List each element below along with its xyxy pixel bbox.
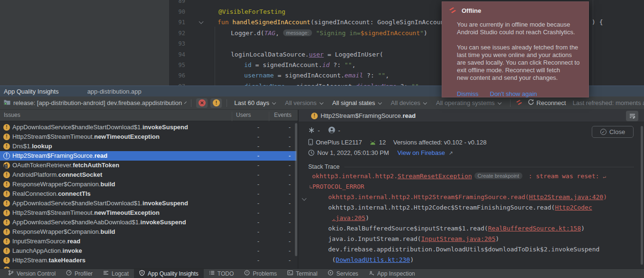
issue-row[interactable]: !LaunchAppAction.invoke-- [0,246,296,256]
tool-window-button-version-control[interactable]: Version Control [3,269,61,278]
stack-frame-link[interactable]: Http2Stream.java:420 [529,193,604,201]
code-text[interactable]: @VisibleForTesting [204,7,285,17]
code-text[interactable]: Logger.d(TAG, message: "Signing in=$sign… [204,28,427,38]
tool-window-button-services[interactable]: Services [322,269,363,278]
code-token: TAG [264,29,275,37]
issue-row[interactable]: !Http2Stream$FramingSource.read-- [0,151,296,161]
inspection-icon [369,270,374,277]
filter-dropdown-last-60-days[interactable]: Last 60 days [234,99,277,106]
problems-icon [244,270,250,277]
issues-list-header[interactable]: Issues Users Events [0,110,298,121]
issue-row[interactable]: !RealConnection.connectTls-- [0,189,296,199]
tool-window-button-profiler[interactable]: Profiler [61,269,98,278]
stack-frame-link[interactable]: Http2Codec [555,204,592,211]
reconnect-button[interactable]: Reconnect [537,99,566,106]
code-token: "" [378,72,386,79]
stack-frame-text: java.io.InputStream.read( [328,235,421,242]
view-on-firebase-link[interactable]: View on Firebase [398,149,445,156]
stack-frame-link[interactable]: RealBufferedSource.kt:158 [488,225,581,232]
stack-trace-line: java.io.InputStream.read(InputStream.jav… [299,235,641,246]
device-info-row: OnePlus LE2117 12 Versions affected: v0.… [308,138,486,147]
column-users[interactable]: Users [236,112,251,118]
issues-scrollbar[interactable] [295,123,297,256]
code-token: $signedInAccount [360,29,420,37]
issue-name: AppDownloadService$handleStartDownload$1… [12,199,188,208]
tool-window-button-todo[interactable]: TODO [204,269,239,278]
stack-frame-link[interactable]: StreamResetException [398,173,472,180]
code-token: loginLocalDataSource. [231,51,309,58]
issues-list: !AppDownloadService$handleStartDownload$… [0,121,298,268]
issue-row[interactable]: !Http2Stream.takeHeaders-- [0,256,296,265]
fold-icon[interactable] [199,19,204,24]
stack-trace: okhttp3.internal.http2.StreamResetExcept… [299,173,644,268]
stack-frame-link[interactable]: InputStream.java:205 [421,235,496,242]
issue-row[interactable]: !Http2Stream$StreamTimeout.newTimeoutExc… [0,208,296,218]
dont-show-again-link[interactable]: Don't show again [490,90,537,97]
code-text[interactable]: displayName = signedInAccount.displayNam… [204,81,419,86]
chevron-down-icon [184,101,187,104]
tool-window-button-problems[interactable]: Problems [239,269,282,278]
issue-events-count: - [284,170,295,180]
line-number: 94 [0,49,185,60]
close-button[interactable]: ✓ Close [592,126,634,138]
issue-name: AppDownloadService$handleStartDownload$1… [12,123,188,132]
issue-events-count: - [284,199,295,208]
filter-label: All versions [285,99,316,106]
issue-row[interactable]: !InputStreamSource.read-- [0,237,296,246]
nonfatal-filter-toggle[interactable]: ! [210,98,222,108]
code-text[interactable]: username = signedInAccount.email ?: "", [204,70,389,81]
code-text[interactable]: id = signedInAccount.id ?: "", [204,60,356,70]
issue-row[interactable]: !ResponseWrapper$Companion.build-- [0,227,296,237]
stack-trace-line: dev.firebase.appdistribution.DownloadUti… [299,246,641,256]
code-token: ) [424,29,427,37]
code-token: = LoggedInUser( [324,51,383,58]
code-text[interactable]: fun handleSignedInAccount(signedInAccoun… [204,17,448,28]
warning-icon: ! [3,248,10,254]
stack-frame-text: ) [495,235,499,242]
line-number: 97 [0,81,185,86]
issue-row[interactable]: !AppDownloadService$handleStartDownload$… [0,199,296,208]
filter-dropdown-all-versions[interactable]: All versions [285,99,324,106]
stack-trace-line: okhttp3.internal.http2.StreamResetExcept… [299,173,641,183]
fatal-filter-toggle[interactable]: ✕ [196,98,208,108]
issue-row[interactable]: !Dns$1.lookup-- [0,142,296,151]
code-text[interactable]: loginLocalDataSource.user = LoggedInUser… [204,49,383,60]
issue-row[interactable]: !OAuthTokenRetriever.fetchAuthToken-- [0,161,296,170]
aqi-file-tab[interactable]: app-distribution.app [87,88,142,95]
issue-row[interactable]: ! [0,265,296,268]
terminal-icon [287,270,293,277]
users-affected-count: - [338,127,340,134]
check-circle-icon: ✓ [600,129,606,135]
column-events[interactable]: Events [274,112,292,118]
filter-dropdown-all-devices[interactable]: All devices [391,99,428,106]
stack-frame-link[interactable]: .java:205 [332,214,365,221]
filter-dropdown-all-signal-states[interactable]: All signal states [332,99,383,106]
code-token: , [352,61,356,68]
tool-window-button-terminal[interactable]: Terminal [282,269,322,278]
stack-frame-link[interactable]: DownloadUtils.kt:230 [336,256,410,263]
tool-window-button-app-inspection[interactable]: App Inspection [363,269,420,278]
versions-affected: Versions affected: v0.102 - v0.128 [393,139,486,146]
filter-dropdown-all-operating-systems[interactable]: All operating systems [436,99,503,106]
dismiss-link[interactable]: Dismiss [457,90,479,97]
filter-label: All operating systems [436,99,495,106]
column-issues[interactable]: Issues [4,112,20,118]
issue-row[interactable]: !AndroidPlatform.connectSocket-- [0,170,296,180]
tool-window-button-logcat[interactable]: Logcat [98,269,134,278]
refresh-icon[interactable] [528,99,534,107]
issue-row[interactable]: !ResponseWrapper$Companion.build-- [0,180,296,189]
event-date-row: Nov 1, 2022, 05:01:30 PM View on Firebas… [308,148,453,158]
detail-scrollbar[interactable] [641,126,643,265]
issue-row[interactable]: !Http2Stream$StreamTimeout.newTimeoutExc… [0,132,296,142]
release-dropdown[interactable]: release: [app-distribution-android] dev.… [13,99,182,106]
code-token: ?: [363,72,378,79]
issue-row[interactable]: !AppDownloadService$handleAabDownload$1.… [0,218,296,227]
warning-icon: ! [3,229,10,235]
aqi-filters: Last 60 daysAll versionsAll signal state… [230,99,506,106]
code-token: fun [218,19,232,26]
soft-wrap-icon[interactable] [626,111,638,121]
tool-window-button-app-quality-insights[interactable]: App Quality Insights [134,269,204,278]
offline-message: You are currently in offline mode becaus… [457,21,584,89]
issue-row[interactable]: !AppDownloadService$handleStartDownload$… [0,123,296,132]
warning-icon: ! [3,172,10,178]
